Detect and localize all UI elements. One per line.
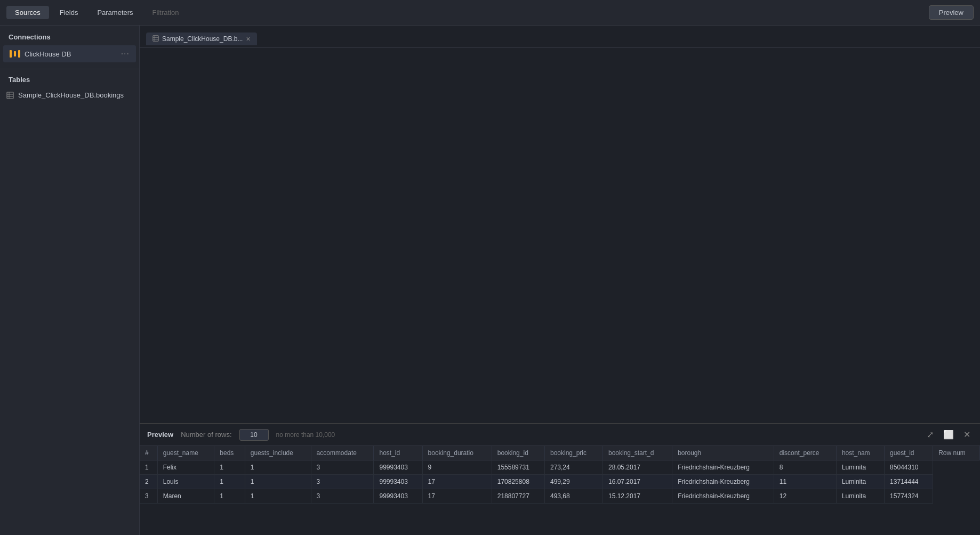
preview-rows-input[interactable] bbox=[239, 429, 269, 441]
table-cell: 15.12.2017 bbox=[603, 489, 672, 504]
col-header-row_num: Row num bbox=[933, 446, 980, 460]
table-cell: 99993403 bbox=[374, 475, 422, 489]
connection-left: ClickHouse DB bbox=[10, 50, 71, 58]
tables-title: Tables bbox=[0, 76, 139, 88]
preview-header-actions: ⤢ ⬜ ✕ bbox=[925, 428, 973, 441]
table-cell: 499,29 bbox=[544, 475, 603, 489]
col-header-booking_price: booking_pric bbox=[544, 446, 603, 460]
col-header-borough: borough bbox=[672, 446, 774, 460]
table-row: 3Maren1139999340317218807727493,6815.12.… bbox=[140, 489, 980, 504]
table-cell: 12 bbox=[774, 489, 836, 504]
source-tab[interactable]: Sample_ClickHouse_DB.b... × bbox=[146, 33, 257, 45]
connections-title: Connections bbox=[0, 26, 139, 45]
table-cell: Friedrichshain-Kreuzberg bbox=[672, 475, 774, 489]
source-tab-label: Sample_ClickHouse_DB.b... bbox=[162, 35, 243, 43]
table-cell: 28.05.2017 bbox=[603, 460, 672, 475]
table-cell: 8 bbox=[774, 460, 836, 475]
col-header-num: # bbox=[140, 446, 157, 460]
close-preview-button[interactable]: ✕ bbox=[961, 428, 973, 441]
table-cell: Luminita bbox=[836, 475, 884, 489]
table-cell: 2 bbox=[140, 475, 157, 489]
table-cell: 1 bbox=[245, 475, 311, 489]
table-cell: 1 bbox=[245, 460, 311, 475]
table-cell: 3 bbox=[140, 489, 157, 504]
table-cell: 1 bbox=[245, 489, 311, 504]
table-cell: Felix bbox=[157, 460, 214, 475]
tab-sources[interactable]: Sources bbox=[6, 6, 49, 19]
table-cell: 1 bbox=[214, 475, 245, 489]
table-name: Sample_ClickHouse_DB.bookings bbox=[18, 91, 124, 99]
tab-bar: Sample_ClickHouse_DB.b... × bbox=[140, 26, 980, 48]
sidebar-divider bbox=[0, 69, 139, 69]
table-cell: 155589731 bbox=[492, 460, 544, 475]
main-area: Connections ClickHouse DB ··· Tables bbox=[0, 26, 980, 535]
preview-rows-label: Number of rows: bbox=[181, 431, 231, 439]
preview-panel: Preview Number of rows: no more than 10,… bbox=[140, 423, 980, 535]
preview-header: Preview Number of rows: no more than 10,… bbox=[140, 424, 980, 446]
col-header-host_name: host_nam bbox=[836, 446, 884, 460]
col-header-booking_start: booking_start_d bbox=[603, 446, 672, 460]
table-cell: 99993403 bbox=[374, 489, 422, 504]
col-header-beds: beds bbox=[214, 446, 245, 460]
tab-fields[interactable]: Fields bbox=[51, 6, 87, 19]
table-cell: 11 bbox=[774, 475, 836, 489]
tab-parameters[interactable]: Parameters bbox=[89, 6, 141, 19]
col-header-discont_perce: discont_perce bbox=[774, 446, 836, 460]
preview-title: Preview bbox=[147, 431, 173, 439]
table-icon bbox=[6, 92, 14, 99]
svg-rect-0 bbox=[7, 92, 13, 99]
table-cell: 3 bbox=[311, 489, 374, 504]
table-item-bookings[interactable]: Sample_ClickHouse_DB.bookings bbox=[0, 88, 139, 102]
col-header-guests_include: guests_include bbox=[245, 446, 311, 460]
table-row: 1Felix113999934039155589731273,2428.05.2… bbox=[140, 460, 980, 475]
table-cell: 170825808 bbox=[492, 475, 544, 489]
top-toolbar: Sources Fields Parameters Filtration Pre… bbox=[0, 0, 980, 26]
content-area: Sample_ClickHouse_DB.b... × Preview Numb… bbox=[140, 26, 980, 535]
table-header-row: # guest_name beds guests_include accommo… bbox=[140, 446, 980, 460]
connection-item-clickhouse[interactable]: ClickHouse DB ··· bbox=[3, 45, 136, 62]
clickhouse-icon bbox=[10, 50, 20, 58]
table-cell: 13714444 bbox=[885, 475, 933, 489]
tab-filtration[interactable]: Filtration bbox=[144, 6, 188, 19]
table-cell: 17 bbox=[422, 489, 492, 504]
col-header-host_id: host_id bbox=[374, 446, 422, 460]
split-button[interactable]: ⬜ bbox=[941, 428, 956, 441]
table-cell: 1 bbox=[140, 460, 157, 475]
col-header-booking_id: booking_id bbox=[492, 446, 544, 460]
expand-button[interactable]: ⤢ bbox=[925, 428, 936, 441]
table-cell: 3 bbox=[311, 475, 374, 489]
workspace bbox=[140, 48, 980, 423]
preview-button[interactable]: Preview bbox=[929, 5, 974, 20]
table-cell: Friedrichshain-Kreuzberg bbox=[672, 460, 774, 475]
table-cell: 17 bbox=[422, 475, 492, 489]
table-cell: 16.07.2017 bbox=[603, 475, 672, 489]
table-cell: Maren bbox=[157, 489, 214, 504]
sidebar: Connections ClickHouse DB ··· Tables bbox=[0, 26, 140, 535]
connection-more-icon[interactable]: ··· bbox=[121, 49, 130, 59]
connection-name: ClickHouse DB bbox=[25, 50, 71, 58]
svg-rect-4 bbox=[153, 35, 158, 40]
table-cell: Luminita bbox=[836, 489, 884, 504]
table-cell: 15774324 bbox=[885, 489, 933, 504]
table-row: 2Louis1139999340317170825808499,2916.07.… bbox=[140, 475, 980, 489]
toolbar-tabs: Sources Fields Parameters Filtration bbox=[6, 6, 187, 19]
table-cell: 85044310 bbox=[885, 460, 933, 475]
table-cell: 273,24 bbox=[544, 460, 603, 475]
data-table: # guest_name beds guests_include accommo… bbox=[140, 446, 980, 504]
table-cell: Luminita bbox=[836, 460, 884, 475]
table-cell: 1 bbox=[214, 460, 245, 475]
table-cell: 493,68 bbox=[544, 489, 603, 504]
col-header-accommodate: accommodate bbox=[311, 446, 374, 460]
tab-close-button[interactable]: × bbox=[246, 35, 250, 43]
table-cell: 99993403 bbox=[374, 460, 422, 475]
table-cell: Friedrichshain-Kreuzberg bbox=[672, 489, 774, 504]
col-header-guest_id: guest_id bbox=[885, 446, 933, 460]
preview-rows-hint: no more than 10,000 bbox=[276, 431, 335, 439]
table-cell: 218807727 bbox=[492, 489, 544, 504]
data-table-container[interactable]: # guest_name beds guests_include accommo… bbox=[140, 446, 980, 535]
col-header-guest_name: guest_name bbox=[157, 446, 214, 460]
table-cell: Louis bbox=[157, 475, 214, 489]
col-header-booking_duration: booking_duratio bbox=[422, 446, 492, 460]
table-cell: 3 bbox=[311, 460, 374, 475]
table-cell: 1 bbox=[214, 489, 245, 504]
